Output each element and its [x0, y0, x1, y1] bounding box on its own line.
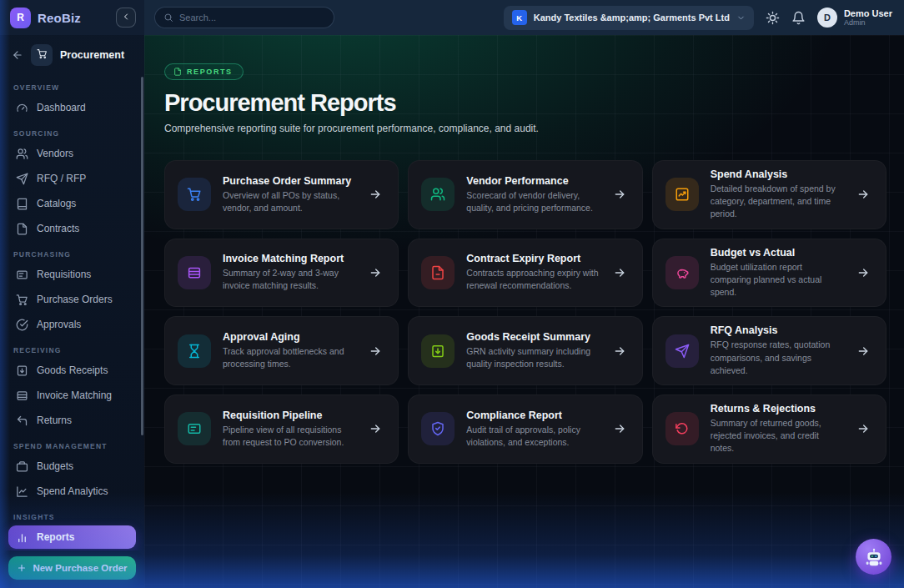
- report-card-approval-aging[interactable]: Approval Aging Track approval bottleneck…: [164, 316, 399, 385]
- report-card-title: Budget vs Actual: [711, 247, 845, 259]
- arrow-right-icon: [613, 266, 626, 279]
- report-card-contract-expiry-report[interactable]: Contract Expiry Report Contracts approac…: [408, 239, 642, 308]
- report-card-description: Track approval bottlenecks and processin…: [223, 345, 357, 370]
- user-role: Admin: [844, 18, 892, 27]
- notifications-button[interactable]: [791, 11, 806, 25]
- report-card-title: Returns & Rejections: [711, 403, 845, 415]
- sidebar-section: PURCHASING Requisitions Purchase Orders …: [8, 250, 136, 336]
- search-box[interactable]: [154, 7, 334, 28]
- chart-trend-icon: [665, 178, 699, 211]
- app-root: R ReoBiz Procurement OVERVIEW Dashboard …: [0, 0, 904, 588]
- reports-badge: REPORTS: [164, 63, 244, 80]
- sidebar-item-purchase-orders[interactable]: Purchase Orders: [8, 288, 136, 311]
- sidebar-section: INSIGHTS Reports: [8, 513, 136, 549]
- sidebar-collapse-button[interactable]: [116, 8, 136, 28]
- sidebar-item-requisitions[interactable]: Requisitions: [8, 263, 136, 286]
- sidebar-scrollbar[interactable]: [141, 77, 143, 435]
- report-card-title: Vendor Performance: [466, 175, 600, 187]
- report-card-goods-receipt-summary[interactable]: Goods Receipt Summary GRN activity summa…: [408, 316, 642, 385]
- reports-badge-label: REPORTS: [187, 68, 233, 76]
- sidebar: R ReoBiz Procurement OVERVIEW Dashboard …: [0, 0, 144, 588]
- logo-row: R ReoBiz: [0, 0, 144, 35]
- theme-toggle-button[interactable]: [766, 11, 780, 25]
- arrow-right-icon: [856, 344, 870, 358]
- report-card-description: Overview of all POs by status, vendor, a…: [223, 189, 357, 214]
- assistant-chat-button[interactable]: [856, 539, 891, 575]
- search-input[interactable]: [179, 13, 325, 23]
- chart-line-icon: [16, 485, 28, 498]
- arrow-left-icon: [12, 49, 23, 63]
- sidebar-item-invoice-matching[interactable]: Invoice Matching: [8, 384, 136, 407]
- back-button[interactable]: [12, 49, 23, 61]
- table-icon: [178, 256, 211, 289]
- sidebar-item-rfq-rfp[interactable]: RFQ / RFP: [8, 167, 136, 190]
- report-card-description: Scorecard of vendor delivery, quality, a…: [466, 189, 600, 214]
- document-icon: [173, 68, 182, 76]
- sidebar-section-label: RECEIVING: [13, 346, 131, 354]
- report-card-title: Requisition Pipeline: [223, 410, 357, 421]
- arrow-right-icon: [856, 422, 870, 435]
- arrow-right-icon: [613, 188, 626, 201]
- report-card-budget-vs-actual[interactable]: Budget vs Actual Budget utilization repo…: [652, 239, 886, 308]
- topbar: K Kandy Textiles &amp;amp; Garments Pvt …: [144, 0, 904, 35]
- new-purchase-order-button[interactable]: New Purchase Order: [8, 556, 136, 580]
- arrow-right-icon: [369, 266, 382, 279]
- report-card-title: Compliance Report: [466, 410, 600, 421]
- report-card-description: GRN activity summary including quality i…: [466, 345, 600, 370]
- sidebar-item-approvals[interactable]: Approvals: [8, 313, 136, 336]
- arrow-right-icon: [369, 344, 382, 358]
- file-alert-icon: [421, 256, 455, 289]
- table-icon: [16, 389, 28, 402]
- report-card-compliance-report[interactable]: Compliance Report Audit trail of approva…: [408, 395, 642, 464]
- report-card-vendor-performance[interactable]: Vendor Performance Scorecard of vendor d…: [408, 160, 642, 229]
- sidebar-item-dashboard[interactable]: Dashboard: [8, 96, 136, 119]
- company-selector[interactable]: K Kandy Textiles &amp;amp; Garments Pvt …: [504, 6, 754, 30]
- arrow-right-icon: [369, 422, 382, 435]
- user-name: Demo User: [844, 8, 892, 19]
- module-label: Procurement: [60, 49, 124, 61]
- book-icon: [16, 198, 28, 210]
- sidebar-item-goods-receipts[interactable]: Goods Receipts: [8, 359, 136, 382]
- gauge-icon: [16, 102, 28, 114]
- sidebar-item-budgets[interactable]: Budgets: [8, 455, 136, 478]
- users-icon: [16, 148, 28, 160]
- new-purchase-order-label: New Purchase Order: [33, 563, 127, 573]
- report-card-purchase-order-summary[interactable]: Purchase Order Summary Overview of all P…: [164, 160, 399, 229]
- sidebar-section: SPEND MANAGEMENT Budgets Spend Analytics: [8, 442, 136, 503]
- report-card-spend-analysis[interactable]: Spend Analysis Detailed breakdown of spe…: [652, 160, 886, 229]
- robot-icon: [863, 546, 885, 568]
- search-icon: [163, 13, 173, 23]
- report-card-returns-rejections[interactable]: Returns & Rejections Summary of returned…: [652, 395, 886, 464]
- report-card-invoice-matching-report[interactable]: Invoice Matching Report Summary of 2-way…: [164, 239, 399, 308]
- package-down-icon: [16, 364, 28, 377]
- report-card-description: Summary of returned goods, rejected invo…: [711, 417, 845, 455]
- arrow-right-icon: [856, 266, 870, 279]
- corner-up-left-icon: [16, 415, 28, 427]
- user-menu[interactable]: D Demo User Admin: [817, 8, 892, 28]
- report-card-requisition-pipeline[interactable]: Requisition Pipeline Pipeline view of al…: [164, 395, 399, 464]
- report-card-title: Goods Receipt Summary: [466, 331, 600, 343]
- bar-chart-icon: [16, 531, 28, 544]
- chevron-down-icon: [736, 13, 746, 23]
- sidebar-item-catalogs[interactable]: Catalogs: [8, 192, 136, 215]
- report-card-description: Audit trail of approvals, policy violati…: [466, 424, 600, 449]
- sidebar-item-contracts[interactable]: Contracts: [8, 217, 136, 240]
- sidebar-item-vendors[interactable]: Vendors: [8, 142, 136, 165]
- procurement-module-icon: [31, 44, 53, 66]
- sidebar-item-reports[interactable]: Reports: [8, 525, 136, 549]
- clipboard-list-icon: [16, 269, 28, 281]
- report-card-title: Contract Expiry Report: [466, 253, 600, 264]
- send-icon: [16, 173, 28, 185]
- sidebar-nav: OVERVIEW Dashboard SOURCING Vendors RFQ …: [0, 73, 144, 550]
- report-card-rfq-analysis[interactable]: RFQ Analysis RFQ response rates, quotati…: [652, 316, 886, 385]
- hourglass-icon: [178, 334, 211, 368]
- plus-icon: [17, 563, 27, 573]
- user-avatar: D: [817, 8, 837, 28]
- brand-logo: R: [10, 8, 31, 28]
- report-card-title: Spend Analysis: [711, 168, 845, 180]
- report-card-title: RFQ Analysis: [711, 324, 845, 336]
- sidebar-item-returns[interactable]: Returns: [8, 409, 136, 432]
- sidebar-item-spend-analytics[interactable]: Spend Analytics: [8, 480, 136, 503]
- clipboard-list-icon: [178, 412, 211, 445]
- sidebar-section: RECEIVING Goods Receipts Invoice Matchin…: [8, 346, 136, 432]
